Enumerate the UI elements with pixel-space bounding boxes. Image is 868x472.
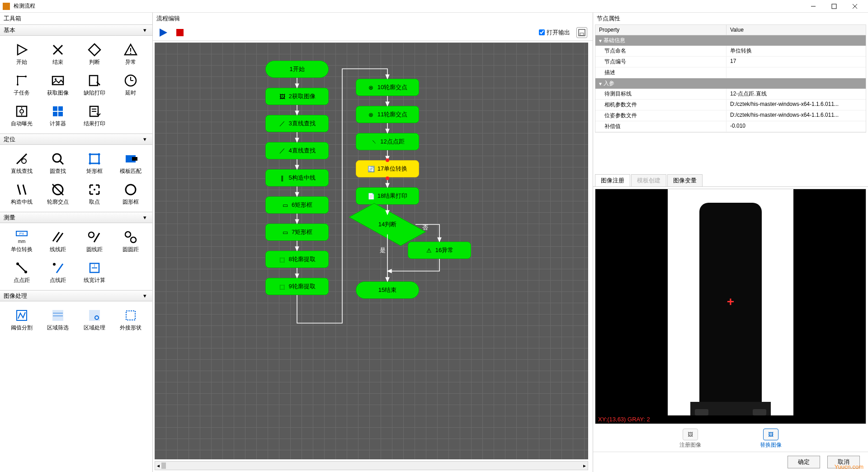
scroll-right-arrow[interactable]: ▸ bbox=[581, 462, 588, 469]
tool-auto-exposure[interactable]: 自动曝光 bbox=[5, 101, 39, 130]
tab-template-create[interactable]: 模板创建 bbox=[631, 174, 666, 186]
tool-point-point-dist[interactable]: 点点距 bbox=[5, 257, 39, 286]
prop-group-basic[interactable]: ▾基础信息 bbox=[595, 35, 866, 46]
tool-get-image[interactable]: 获取图像 bbox=[41, 70, 75, 99]
tool-circle-line-dist[interactable]: 圆线距 bbox=[77, 227, 112, 256]
image-surface: + XY:(13,63) GRAY: 2 bbox=[595, 189, 866, 424]
image-viewer[interactable]: + XY:(13,63) GRAY: 2 bbox=[595, 189, 866, 424]
svg-text:PX: PX bbox=[19, 232, 24, 236]
image-icon: 🖼 bbox=[683, 429, 698, 440]
swap-image-button[interactable]: 🖼替换图像 bbox=[760, 429, 782, 449]
edge-label-no: 否 bbox=[422, 224, 428, 232]
section-locate-header[interactable]: 定位▾ bbox=[0, 134, 152, 145]
tool-point-line-dist[interactable]: 点线距 bbox=[41, 257, 75, 286]
properties-panel: 节点属性 Property Value ▾基础信息 节点命名单位转换 节点编号1… bbox=[593, 13, 868, 472]
scroll-left-arrow[interactable]: ◂ bbox=[155, 462, 161, 469]
prop-header-row: Property Value bbox=[595, 25, 866, 35]
svg-line-37 bbox=[60, 161, 63, 164]
tool-result-print[interactable]: 结果打印 bbox=[77, 101, 112, 130]
horizontal-scrollbar[interactable]: ◂ ▸ bbox=[155, 461, 588, 470]
svg-rect-84 bbox=[176, 29, 184, 36]
ok-button[interactable]: 确定 bbox=[788, 456, 820, 468]
svg-point-24 bbox=[20, 110, 24, 113]
dialog-buttons: 确定 取消 bbox=[593, 452, 868, 472]
save-button[interactable] bbox=[576, 27, 587, 38]
prop-row-compensation[interactable]: 补偿值-0.010 bbox=[595, 121, 866, 132]
chevron-down-icon: ▾ bbox=[599, 38, 602, 44]
svg-rect-28 bbox=[58, 106, 63, 111]
section-basic: 基本▾ 开始 结束 判断 异常 子任务 获取图像 缺陷打印 延时 自动曝光 计算… bbox=[0, 24, 152, 133]
svg-line-65 bbox=[94, 233, 99, 242]
prop-row-pose-file[interactable]: 位姿参数文件D:/cztek/his-master-windows-x64-1.… bbox=[595, 110, 866, 121]
tool-unit-convert[interactable]: PXmm单位转换 bbox=[5, 227, 39, 256]
svg-rect-86 bbox=[580, 33, 584, 35]
tool-contour-cross[interactable]: 轮廓交点 bbox=[41, 179, 75, 208]
svg-point-67 bbox=[131, 237, 136, 243]
stop-button[interactable] bbox=[175, 28, 184, 37]
tool-circle-frame[interactable]: 圆形框 bbox=[113, 179, 148, 208]
tool-exception[interactable]: 异常 bbox=[113, 39, 148, 68]
tool-region-process[interactable]: 区域处理 bbox=[77, 305, 112, 334]
tool-delay[interactable]: 延时 bbox=[113, 70, 148, 99]
svg-rect-18 bbox=[90, 76, 98, 86]
prop-row-id[interactable]: 节点编号17 bbox=[595, 57, 866, 67]
svg-rect-29 bbox=[53, 112, 57, 116]
tool-judge[interactable]: 判断 bbox=[77, 39, 112, 68]
tool-defect-print[interactable]: 缺陷打印 bbox=[77, 70, 112, 99]
tool-subtask[interactable]: 子任务 bbox=[5, 70, 39, 99]
chevron-down-icon: ▾ bbox=[143, 27, 149, 33]
svg-rect-38 bbox=[90, 154, 99, 163]
tool-calculator[interactable]: 计算器 bbox=[41, 101, 75, 130]
crosshair-icon: + bbox=[727, 296, 734, 308]
tool-threshold[interactable]: 阈值分割 bbox=[5, 305, 39, 334]
prop-row-camera-file[interactable]: 相机参数文件D:/cztek/his-master-windows-x64-1.… bbox=[595, 100, 866, 110]
prop-row-desc[interactable]: 描述 bbox=[595, 67, 866, 78]
maximize-button[interactable] bbox=[824, 0, 844, 13]
svg-marker-7 bbox=[89, 44, 100, 56]
tool-start[interactable]: 开始 bbox=[5, 39, 39, 68]
tool-bounding-shape[interactable]: 外接形状 bbox=[113, 305, 148, 334]
tool-region-filter[interactable]: 区域筛选 bbox=[41, 305, 75, 334]
svg-line-72 bbox=[57, 264, 63, 273]
scrollbar-thumb[interactable] bbox=[161, 462, 166, 469]
prop-group-inparam[interactable]: ▾入参 bbox=[595, 78, 866, 89]
tab-image-register[interactable]: 图像注册 bbox=[595, 174, 630, 186]
close-button[interactable] bbox=[844, 0, 865, 13]
tool-template-match[interactable]: 模板匹配 bbox=[113, 148, 148, 177]
tool-circle-circle-dist[interactable]: 圆圆距 bbox=[113, 227, 148, 256]
svg-point-40 bbox=[98, 153, 100, 155]
titlebar: 检测流程 bbox=[0, 0, 868, 13]
open-output-checkbox[interactable]: 打开输出 bbox=[539, 29, 570, 37]
svg-rect-1 bbox=[832, 4, 836, 9]
svg-rect-27 bbox=[53, 106, 57, 111]
tool-midline[interactable]: 构造中线 bbox=[5, 179, 39, 208]
toolbox-title: 工具箱 bbox=[0, 13, 152, 24]
section-measure-header[interactable]: 测量▾ bbox=[0, 212, 152, 223]
svg-rect-82 bbox=[126, 311, 135, 320]
register-image-button[interactable]: 🖼注册图像 bbox=[679, 429, 701, 449]
svg-line-70 bbox=[18, 264, 26, 272]
tool-line-width[interactable]: I线宽计算 bbox=[77, 257, 112, 286]
svg-point-71 bbox=[53, 263, 56, 266]
minimize-button[interactable] bbox=[803, 0, 824, 13]
svg-line-45 bbox=[18, 185, 20, 195]
tool-line-line-dist[interactable]: 线线距 bbox=[41, 227, 75, 256]
tool-pick-point[interactable]: 取点 bbox=[77, 179, 112, 208]
svg-point-41 bbox=[89, 162, 91, 164]
section-basic-header[interactable]: 基本▾ bbox=[0, 25, 152, 36]
tool-rect-frame[interactable]: 矩形框 bbox=[77, 148, 112, 177]
chevron-down-icon: ▾ bbox=[599, 81, 602, 87]
tab-image-variable[interactable]: 图像变量 bbox=[667, 174, 703, 186]
prop-row-target[interactable]: 待测目标线12-点点距.直线 bbox=[595, 89, 866, 100]
properties-table: Property Value ▾基础信息 节点命名单位转换 节点编号17 描述 … bbox=[595, 24, 866, 133]
image-coords-info: XY:(13,63) GRAY: 2 bbox=[595, 415, 653, 424]
chevron-down-icon: ▾ bbox=[143, 136, 149, 143]
tool-end[interactable]: 结束 bbox=[41, 39, 75, 68]
tool-circle-find[interactable]: 圆查找 bbox=[41, 148, 75, 177]
svg-rect-85 bbox=[579, 29, 585, 36]
prop-row-name[interactable]: 节点命名单位转换 bbox=[595, 46, 866, 57]
tool-line-find[interactable]: 直线查找 bbox=[5, 148, 39, 177]
section-imgproc-header[interactable]: 图像处理▾ bbox=[0, 291, 152, 301]
run-button[interactable] bbox=[158, 28, 168, 38]
flow-canvas[interactable]: 1开始 🖼2获取图像 ／3直线查找 ／4直线查找 ‖5构造中线 ▭6矩形框 ▭7… bbox=[155, 43, 588, 459]
